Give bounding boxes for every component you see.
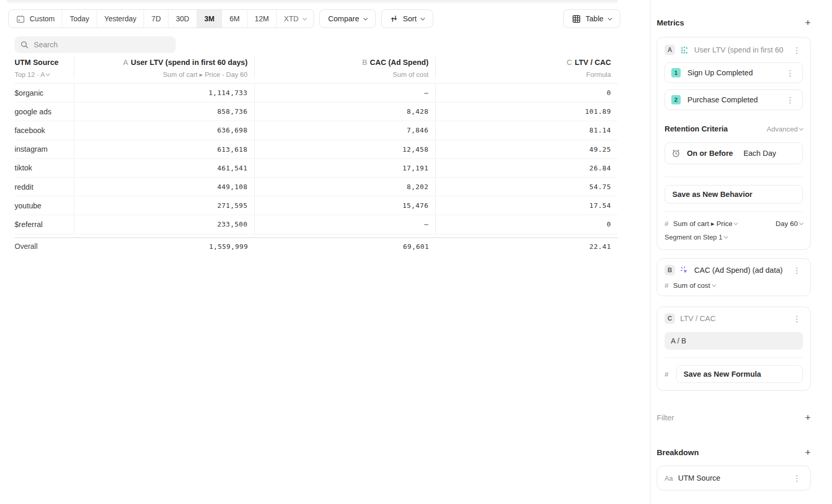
property-dropdown[interactable]: Sum of cart ▸ Price: [673, 219, 738, 228]
view-selector-table-button[interactable]: Table: [563, 9, 620, 28]
advanced-dropdown[interactable]: Advanced: [766, 125, 803, 133]
chevron-down-icon: [724, 234, 728, 238]
property-dropdown[interactable]: Sum of cost: [673, 282, 716, 289]
scrolled-card-edge: [7, 0, 618, 4]
save-as-new-formula-button[interactable]: Save as New Formula: [676, 365, 803, 383]
formula-save-row: # Save as New Formula: [665, 365, 803, 383]
retention-timing-box: On or Before Each Day: [665, 142, 803, 164]
metric-a-name[interactable]: User LTV (spend in first 60 da...: [694, 46, 786, 54]
step-label: Sign Up Completed: [687, 69, 753, 77]
metrics-title: Metrics: [657, 18, 684, 27]
calendar-icon: [16, 15, 25, 23]
filter-section-header: Filter +: [657, 413, 811, 422]
search-input[interactable]: [34, 41, 170, 49]
column-header-cac[interactable]: BCAC (Ad Spend) Sum of cost: [255, 56, 436, 78]
metric-b-badge: B: [665, 265, 675, 275]
chevron-down-icon: [303, 16, 307, 20]
table-row[interactable]: google ads 858,736 8,428 101.89: [15, 102, 618, 121]
kebab-menu-icon[interactable]: ⋮: [784, 95, 796, 105]
divider: [665, 357, 803, 358]
range-12m[interactable]: 12M: [248, 10, 277, 28]
segment-on-step-dropdown[interactable]: Segment on Step 1: [665, 233, 803, 241]
compare-button[interactable]: Compare: [319, 9, 376, 28]
formula-input[interactable]: A / B: [665, 332, 803, 350]
metric-a-badge: A: [665, 45, 675, 55]
metric-b-name[interactable]: CAC (Ad Spend) (ad data): [694, 266, 786, 274]
chevron-down-icon: [799, 126, 803, 130]
column-header-user-ltv[interactable]: AUser LTV (spend in first 60 days) Sum o…: [74, 56, 255, 78]
breakdown-item-utm-source[interactable]: Aa UTM Source ⋮: [657, 466, 811, 490]
add-breakdown-button[interactable]: +: [805, 447, 811, 457]
range-3m-selected[interactable]: 3M: [197, 10, 222, 28]
kebab-menu-icon[interactable]: ⋮: [791, 45, 803, 55]
metric-card-b: B CAC (Ad Spend) (ad data) ⋮ # Sum of co…: [657, 258, 811, 296]
metric-c-badge: C: [665, 313, 675, 324]
kebab-menu-icon[interactable]: ⋮: [791, 314, 803, 324]
numeric-property-icon: #: [665, 220, 669, 228]
top-12-dropdown[interactable]: Top 12 · A: [15, 71, 49, 78]
range-today[interactable]: Today: [62, 10, 97, 28]
chevron-down-icon: [711, 283, 716, 287]
numeric-property-icon: #: [665, 370, 669, 378]
funnel-step-1[interactable]: 1 Sign Up Completed ⋮: [665, 62, 803, 83]
metric-c-name[interactable]: LTV / CAC: [680, 314, 786, 323]
window-dropdown[interactable]: Day 60: [775, 220, 803, 228]
step-label: Purchase Completed: [687, 96, 758, 104]
sort-button[interactable]: Sort: [381, 9, 434, 28]
table-row[interactable]: reddit 449,108 8,202 54.75: [15, 178, 618, 196]
breakdown-title: Breakdown: [657, 448, 699, 457]
breakdown-table: UTM Source Top 12 · A AUser LTV (spend i…: [15, 56, 618, 255]
column-header-ltv-cac[interactable]: CLTV / CAC Formula: [436, 56, 618, 78]
range-xtd-dropdown[interactable]: XTD: [277, 10, 314, 28]
table-row[interactable]: $referral 233,500 – 0: [15, 215, 618, 234]
table-row[interactable]: instagram 613,618 12,458 49.25: [15, 140, 618, 159]
retention-criteria-row: Retention Criteria Advanced: [665, 125, 803, 133]
table-grid-icon: [572, 15, 581, 23]
ad-click-icon: [680, 266, 689, 275]
breakdown-section-header: Breakdown +: [657, 447, 811, 457]
toolbar: Custom Today Yesterday 7D 30D 3M 6M 12M …: [8, 9, 433, 28]
step-number-badge: 2: [671, 95, 681, 104]
kebab-menu-icon[interactable]: ⋮: [791, 266, 803, 275]
behavioral-metric-icon: [680, 46, 689, 55]
text-property-icon: Aa: [665, 474, 673, 482]
query-builder-sidebar: Metrics + A User LTV (spend in first 60 …: [650, 0, 832, 504]
range-6m[interactable]: 6M: [222, 10, 247, 28]
table-row[interactable]: facebook 636,698 7,846 81.14: [15, 121, 618, 140]
metric-b-header: B CAC (Ad Spend) (ad data) ⋮: [665, 264, 803, 276]
metric-c-header: C LTV / CAC ⋮: [665, 312, 803, 325]
sort-arrows-icon: [390, 15, 398, 23]
table-row[interactable]: $organic 1,114,733 – 0: [15, 84, 618, 102]
timing-operator-dropdown[interactable]: On or Before: [687, 149, 733, 157]
range-yesterday[interactable]: Yesterday: [97, 10, 145, 28]
metric-b-property-row: # Sum of cost: [665, 282, 803, 289]
kebab-menu-icon[interactable]: ⋮: [784, 68, 796, 78]
save-as-new-behavior-button[interactable]: Save as New Behavior: [665, 185, 803, 204]
step-number-badge: 1: [671, 68, 681, 77]
divider: [665, 177, 803, 177]
funnel-step-2[interactable]: 2 Purchase Completed ⋮: [665, 89, 803, 110]
metric-card-a: A User LTV (spend in first 60 da... ⋮ 1 …: [657, 37, 811, 250]
timing-unit-dropdown[interactable]: Each Day: [744, 149, 776, 157]
chevron-down-icon: [46, 72, 50, 76]
search-icon: [20, 41, 29, 49]
table-row[interactable]: tiktok 461,541 17,191 26.84: [15, 159, 618, 178]
metric-a-header: A User LTV (spend in first 60 da... ⋮: [665, 44, 803, 56]
numeric-property-icon: #: [665, 282, 669, 289]
metric-a-property-row: # Sum of cart ▸ Price Day 60: [665, 219, 803, 228]
add-metric-button[interactable]: +: [805, 18, 811, 28]
date-range-control: Custom Today Yesterday 7D 30D 3M 6M 12M …: [8, 9, 314, 28]
alarm-clock-icon: [671, 149, 681, 158]
metric-card-c: C LTV / CAC ⋮ A / B # Save as New Formul…: [657, 307, 811, 391]
range-custom[interactable]: Custom: [9, 10, 62, 28]
table-header: UTM Source Top 12 · A AUser LTV (spend i…: [15, 56, 618, 84]
kebab-menu-icon[interactable]: ⋮: [791, 473, 803, 483]
column-header-utm-source[interactable]: UTM Source Top 12 · A: [15, 56, 74, 78]
range-30d[interactable]: 30D: [168, 10, 197, 28]
add-filter-button[interactable]: +: [805, 413, 811, 422]
search-box: [15, 36, 176, 53]
divider: [665, 211, 803, 212]
range-7d[interactable]: 7D: [144, 10, 168, 28]
breakdown-item-label: UTM Source: [678, 474, 720, 482]
table-row[interactable]: youtube 271,595 15,476 17.54: [15, 196, 618, 215]
